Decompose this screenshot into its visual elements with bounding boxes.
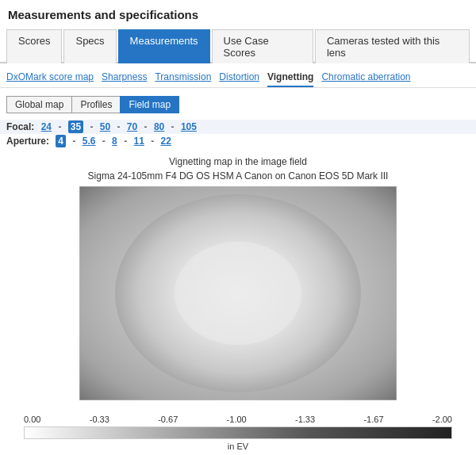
legend-bar	[24, 426, 452, 439]
aperture-label: Aperture:	[6, 136, 49, 147]
legend-label-5: -1.67	[363, 415, 383, 424]
aperture-5-6[interactable]: 5.6	[83, 136, 96, 147]
legend-label-2: -0.67	[158, 415, 178, 424]
focal-35[interactable]: 35	[68, 120, 83, 133]
map-tab-field[interactable]: Field map	[120, 96, 179, 113]
legend-label-4: -1.33	[295, 415, 315, 424]
aperture-4[interactable]: 4	[56, 135, 66, 147]
focal-70[interactable]: 70	[127, 121, 137, 132]
tab-cameras-tested[interactable]: Cameras tested with this lens	[315, 29, 470, 63]
svg-point-3	[175, 242, 301, 345]
sub-tab-bar: DxOMark score map Sharpness Transmission…	[0, 63, 476, 88]
aperture-22[interactable]: 22	[161, 136, 171, 147]
legend-labels: 0.00 -0.33 -0.67 -1.00 -1.33 -1.67 -2.00	[8, 415, 468, 424]
map-tab-global[interactable]: Global map	[6, 96, 72, 113]
subtab-vignetting[interactable]: Vignetting	[267, 68, 313, 87]
map-tab-bar: Global map Profiles Field map	[0, 93, 476, 117]
vignetting-field-map	[79, 186, 397, 400]
chart-container: Vignetting map in the image field Sigma …	[0, 148, 476, 407]
subtab-dxomark-score-map[interactable]: DxOMark score map	[6, 68, 94, 87]
legend-label-3: -1.00	[227, 415, 247, 424]
legend-area: 0.00 -0.33 -0.67 -1.00 -1.33 -1.67 -2.00…	[0, 407, 476, 455]
subtab-chromatic-aberration[interactable]: Chromatic aberration	[321, 68, 410, 87]
legend-unit: in EV	[8, 442, 468, 451]
tab-specs[interactable]: Specs	[63, 29, 116, 63]
aperture-8[interactable]: 8	[112, 136, 117, 147]
tab-use-case-scores[interactable]: Use Case Scores	[212, 29, 313, 63]
map-tab-profiles[interactable]: Profiles	[71, 96, 121, 113]
focal-24[interactable]: 24	[41, 121, 52, 132]
focal-row: Focal: 24 - 35 - 50 - 70 - 80 - 105	[0, 120, 476, 134]
top-tab-bar: Scores Specs Measurements Use Case Score…	[0, 28, 476, 63]
focal-105[interactable]: 105	[181, 121, 197, 132]
chart-title: Vignetting map in the image field Sigma …	[8, 155, 468, 183]
subtab-sharpness[interactable]: Sharpness	[102, 68, 147, 87]
focal-label: Focal:	[6, 121, 34, 132]
aperture-11[interactable]: 11	[133, 136, 144, 147]
tab-scores[interactable]: Scores	[6, 29, 62, 63]
subtab-distortion[interactable]: Distortion	[219, 68, 259, 87]
subtab-transmission[interactable]: Transmission	[155, 68, 211, 87]
tab-measurements[interactable]: Measurements	[118, 29, 210, 63]
focal-80[interactable]: 80	[154, 121, 164, 132]
legend-label-0: 0.00	[24, 415, 40, 424]
focal-50[interactable]: 50	[100, 121, 110, 132]
legend-label-6: -2.00	[432, 415, 452, 424]
page-title: Measurements and specifications	[0, 0, 476, 28]
legend-label-1: -0.33	[90, 415, 109, 424]
aperture-row: Aperture: 4 - 5.6 - 8 - 11 - 22	[0, 134, 476, 148]
